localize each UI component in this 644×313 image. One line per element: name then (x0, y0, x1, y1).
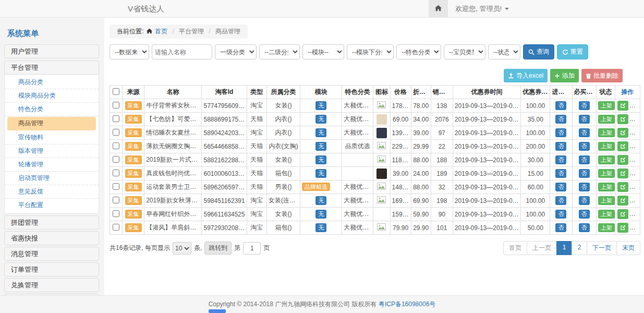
row-checkbox[interactable] (113, 183, 119, 190)
item-type-select[interactable]: --宝贝类型-- (444, 44, 485, 59)
edit-button[interactable] (617, 196, 628, 206)
reset-button[interactable]: 重置 (557, 44, 588, 59)
sidebar-subitem-商品分类[interactable]: 商品分类 (5, 76, 99, 89)
must-buy-badge[interactable]: 否 (579, 169, 590, 177)
must-buy-badge[interactable]: 否 (579, 128, 590, 137)
pager-button-首页[interactable]: 首页 (503, 241, 527, 255)
row-checkbox[interactable] (113, 170, 119, 176)
status-badge[interactable]: 上架 (598, 101, 615, 110)
edit-button[interactable] (617, 168, 628, 178)
status-badge[interactable]: 上架 (598, 115, 615, 123)
sidebar-item-平台管理[interactable]: 平台管理 (4, 61, 99, 75)
status-select[interactable]: --状态-- (488, 44, 520, 59)
sidebar-item-拼团管理[interactable]: 拼团管理 (4, 215, 99, 230)
search-button[interactable]: 查询 (523, 44, 554, 59)
module-select[interactable]: --模块-- (302, 44, 344, 59)
row-checkbox[interactable] (113, 224, 119, 231)
taoke-id: 598451162391 (202, 194, 247, 208)
select-all-checkbox[interactable] (113, 88, 119, 95)
pager-button-2[interactable]: 2 (572, 241, 587, 255)
data-source-select[interactable]: --数据来源-- (110, 44, 149, 59)
breadcrumb-home-link[interactable]: 首页 (155, 28, 167, 35)
imported-badge[interactable]: 否 (555, 183, 566, 191)
must-buy-badge[interactable]: 否 (579, 101, 590, 110)
imported-badge[interactable]: 否 (555, 155, 566, 164)
level2-category-select[interactable]: --二级分类-- (259, 44, 300, 59)
import-excel-button[interactable]: 导入excel (504, 69, 548, 82)
sidebar-subitem-特色分类[interactable]: 特色分类 (5, 103, 99, 116)
feature-category-select[interactable]: --特色分类-- (396, 44, 441, 59)
batch-delete-button[interactable]: 批量删除 (581, 69, 623, 82)
status-badge[interactable]: 上架 (598, 183, 615, 191)
must-buy-badge[interactable]: 否 (579, 183, 590, 191)
row-checkbox[interactable] (113, 129, 119, 136)
must-buy-badge[interactable]: 否 (579, 155, 590, 164)
must-buy-badge[interactable]: 否 (579, 223, 590, 232)
status-badge[interactable]: 上架 (598, 169, 615, 177)
sidebar: 系统菜单 用户管理平台管理商品分类模块商品分类特色分类商品管理宣传物料版本管理轮… (4, 25, 99, 308)
must-buy-badge[interactable]: 否 (579, 210, 590, 218)
sidebar-subitem-宣传物料[interactable]: 宣传物料 (5, 131, 99, 145)
row-checkbox[interactable] (113, 115, 119, 122)
imported-badge[interactable]: 否 (555, 210, 566, 218)
per-page-select[interactable]: 10 (173, 242, 191, 255)
imported-badge[interactable]: 否 (555, 101, 566, 110)
edit-button[interactable] (617, 141, 628, 151)
sidebar-subitem-平台配置[interactable]: 平台配置 (5, 199, 99, 212)
home-button[interactable] (429, 0, 448, 17)
status-badge[interactable]: 上架 (598, 142, 615, 150)
sidebar-item-消息管理[interactable]: 消息管理 (4, 247, 99, 261)
row-checkbox[interactable] (113, 102, 119, 109)
sidebar-subitem-意见反馈[interactable]: 意见反馈 (5, 185, 99, 199)
imported-badge[interactable]: 否 (555, 196, 566, 204)
sidebar-item-用户管理[interactable]: 用户管理 (4, 44, 99, 58)
sidebar-item-省惠快报[interactable]: 省惠快报 (4, 231, 99, 245)
sidebar-subitem-商品管理[interactable]: 商品管理 (7, 117, 96, 130)
pager-button-上一页[interactable]: 上一页 (527, 241, 557, 255)
edit-button[interactable] (617, 209, 628, 219)
pager-button-末页[interactable]: 末页 (616, 241, 640, 255)
status-badge[interactable]: 上架 (598, 155, 615, 164)
imported-badge[interactable]: 否 (555, 223, 566, 232)
add-button[interactable]: 添加 (550, 69, 579, 82)
row-checkbox[interactable] (113, 142, 119, 149)
edit-button[interactable] (617, 223, 628, 233)
status-badge[interactable]: 上架 (598, 223, 615, 232)
goods-name-input[interactable] (152, 44, 212, 59)
row-checkbox[interactable] (113, 156, 119, 163)
edit-button[interactable] (617, 182, 628, 192)
module-subcategory-select[interactable]: --模块下分类-- (347, 44, 394, 59)
sidebar-subitem-模块商品分类[interactable]: 模块商品分类 (5, 89, 99, 103)
sidebar-item-兑换管理[interactable]: 兑换管理 (4, 278, 99, 292)
edit-button[interactable] (617, 155, 628, 165)
imported-badge[interactable]: 否 (555, 115, 566, 123)
source-badge: 采集 (125, 196, 142, 204)
edit-button[interactable] (617, 101, 628, 111)
must-buy-badge[interactable]: 否 (579, 115, 590, 123)
price: 69.00 (390, 113, 411, 126)
status-badge[interactable]: 上架 (598, 196, 615, 204)
must-buy-badge[interactable]: 否 (579, 196, 590, 204)
edit-button[interactable] (617, 128, 628, 138)
imported-badge[interactable]: 否 (555, 142, 566, 150)
row-checkbox[interactable] (113, 210, 119, 217)
must-buy-badge[interactable]: 否 (579, 142, 590, 150)
sidebar-item-订单管理[interactable]: 订单管理 (4, 262, 99, 276)
row-checkbox[interactable] (113, 197, 119, 203)
icp-link[interactable]: 粤ICP备16098006号 (379, 300, 435, 309)
level1-category-select[interactable]: 一级分类 (215, 44, 257, 59)
imported-badge[interactable]: 否 (555, 169, 566, 177)
sidebar-subitem-启动页管理[interactable]: 启动页管理 (5, 172, 99, 185)
status-badge[interactable]: 上架 (598, 128, 615, 137)
status-badge[interactable]: 上架 (598, 210, 615, 218)
imported-badge[interactable]: 否 (555, 128, 566, 137)
pager-button-1[interactable]: 1 (556, 241, 572, 255)
sidebar-subitem-版本管理[interactable]: 版本管理 (5, 145, 99, 158)
scrollbar-thumb[interactable] (209, 309, 226, 313)
user-menu[interactable]: 欢迎您, 管理员! (448, 0, 516, 17)
sidebar-subitem-轮播管理[interactable]: 轮播管理 (5, 158, 99, 172)
jump-button[interactable]: 跳转到 (204, 242, 232, 255)
page-number-input[interactable] (243, 242, 261, 255)
pager-button-下一页[interactable]: 下一页 (587, 241, 617, 255)
edit-button[interactable] (617, 114, 628, 124)
